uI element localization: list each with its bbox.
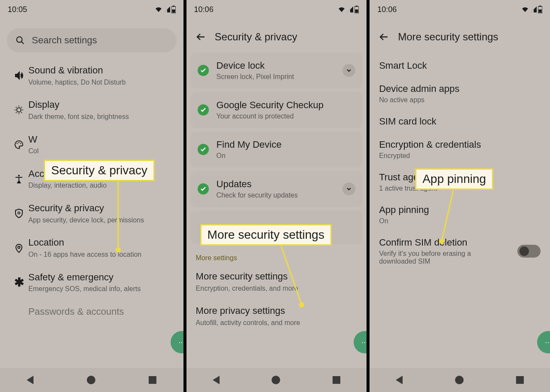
row-wallpaper-style[interactable]: Wallpaper & styleCol <box>0 128 183 162</box>
row-subtitle: On <box>379 217 541 225</box>
expand-button[interactable] <box>342 182 355 195</box>
status-icons <box>154 6 176 13</box>
nav-recents[interactable] <box>516 376 524 384</box>
row-more-security-settings[interactable]: More security settingsEncryption, creden… <box>186 264 367 299</box>
row-encryption-credentials[interactable]: Encryption & credentialsEncrypted <box>370 133 550 166</box>
card-find-my-device[interactable]: Find My DeviceOn <box>191 131 363 167</box>
status-icons <box>337 6 359 13</box>
dots-icon: ⋯ <box>361 338 367 346</box>
svg-line-4 <box>21 42 24 44</box>
toggle-knob <box>519 246 529 256</box>
dots-icon: ⋯ <box>545 338 550 346</box>
chevron-down-icon <box>346 67 352 73</box>
svg-rect-2 <box>172 9 175 13</box>
fab-button[interactable]: ⋯ <box>354 331 367 353</box>
shield-icon <box>9 208 28 219</box>
row-title: SIM card lock <box>379 116 541 127</box>
nav-back[interactable] <box>27 376 34 384</box>
page-title: More security settings <box>398 31 498 43</box>
card-subtitle: On <box>217 152 356 160</box>
row-sound-vibration[interactable]: Sound & vibrationVolume, haptics, Do Not… <box>0 58 183 93</box>
svg-point-5 <box>17 108 21 112</box>
card-updates[interactable]: UpdatesCheck for security updates <box>191 171 363 207</box>
row-subtitle: On - 16 apps have access to location <box>28 250 176 259</box>
more-security-list: Smart Lock Device admin appsNo active ap… <box>370 54 550 271</box>
status-bar: 10:05 <box>0 0 183 19</box>
back-arrow-icon <box>379 32 389 42</box>
svg-point-3 <box>17 37 22 43</box>
wifi-icon <box>154 6 163 13</box>
toggle-confirm-sim-deletion[interactable] <box>517 245 541 258</box>
row-sim-card-lock[interactable]: SIM card lock <box>370 110 550 133</box>
nav-bar <box>186 368 367 392</box>
nav-back[interactable] <box>396 376 403 384</box>
row-title: Location <box>28 237 176 249</box>
row-more-privacy-settings[interactable]: More privacy settingsAutofill, activity … <box>186 299 367 333</box>
card-google-security-checkup[interactable]: Google Security CheckupYour account is p… <box>191 92 363 128</box>
signal-icon <box>530 6 537 13</box>
signal-icon <box>164 6 171 13</box>
wifi-icon <box>337 6 346 13</box>
row-app-pinning[interactable]: App pinningOn <box>370 198 550 231</box>
expand-button[interactable] <box>342 64 355 77</box>
svg-point-11 <box>18 246 20 248</box>
nav-home[interactable] <box>272 376 280 384</box>
svg-rect-1 <box>173 6 174 6</box>
nav-bar <box>0 368 183 392</box>
check-icon <box>198 104 209 115</box>
svg-point-7 <box>18 142 19 143</box>
row-location[interactable]: LocationOn - 16 apps have access to loca… <box>0 231 183 265</box>
nav-recents[interactable] <box>333 376 340 384</box>
row-subtitle: Col <box>28 147 176 156</box>
fab-button[interactable]: ⋯ <box>537 331 550 353</box>
callout-dot <box>299 302 304 307</box>
panel-security-privacy: 10:06 Security & privacy Device lockScre… <box>183 0 367 392</box>
row-title: More privacy settings <box>196 305 359 317</box>
nav-home[interactable] <box>455 376 464 384</box>
svg-rect-15 <box>355 9 358 13</box>
row-confirm-sim-deletion[interactable]: Confirm SIM deletionVerify it's you befo… <box>370 231 550 271</box>
nav-back[interactable] <box>213 376 220 384</box>
palette-icon <box>9 140 28 150</box>
card-subtitle: Your account is protected <box>217 112 356 120</box>
row-title: Encryption & credentials <box>379 139 541 150</box>
status-bar: 10:06 <box>370 0 550 19</box>
battery-icon <box>354 6 359 13</box>
search-settings[interactable]: Search settings <box>7 28 177 52</box>
check-icon <box>198 144 209 155</box>
row-security-privacy[interactable]: Security & privacyApp security, device l… <box>0 196 183 231</box>
accessibility-icon <box>9 174 28 184</box>
panel-settings-main: 10:05 Search settings Sound & vibrationV… <box>0 0 183 392</box>
row-subtitle: Encryption, credentials, and more <box>196 284 359 293</box>
signal-icon <box>347 6 354 13</box>
card-device-lock[interactable]: Device lockScreen lock, Pixel Imprint <box>191 52 363 88</box>
card-title: Updates <box>217 179 343 190</box>
row-passwords-accounts[interactable]: Passwords & accounts <box>0 300 183 324</box>
row-device-admin-apps[interactable]: Device admin appsNo active apps <box>370 77 550 110</box>
row-subtitle: Encrypted <box>379 152 541 160</box>
row-safety-emergency[interactable]: ✱ Safety & emergencyEmergency SOS, medic… <box>0 265 183 300</box>
svg-rect-18 <box>539 6 541 6</box>
battery-icon <box>171 6 176 13</box>
svg-point-10 <box>18 212 20 214</box>
back-button[interactable] <box>376 29 392 45</box>
row-subtitle: Display, interaction, audio <box>28 181 176 190</box>
chevron-down-icon <box>346 186 352 192</box>
fab-button[interactable]: ⋯ <box>171 331 183 353</box>
status-time: 10:05 <box>8 5 27 14</box>
dots-icon: ⋯ <box>178 338 183 346</box>
nav-home[interactable] <box>87 376 95 384</box>
row-subtitle: Emergency SOS, medical info, alerts <box>28 285 176 294</box>
back-button[interactable] <box>193 29 209 45</box>
row-display[interactable]: DisplayDark theme, font size, brightness <box>0 93 183 127</box>
row-title: Confirm SIM deletion <box>379 237 510 248</box>
row-title: Safety & emergency <box>28 271 176 283</box>
row-smart-lock[interactable]: Smart Lock <box>370 54 550 77</box>
card-title: Google Security Checkup <box>217 100 356 111</box>
svg-point-9 <box>18 175 20 176</box>
nav-bar <box>370 368 550 392</box>
card-title: Find My Device <box>217 139 356 150</box>
status-icons <box>521 6 542 13</box>
nav-recents[interactable] <box>149 376 156 384</box>
status-time: 10:06 <box>377 5 397 14</box>
